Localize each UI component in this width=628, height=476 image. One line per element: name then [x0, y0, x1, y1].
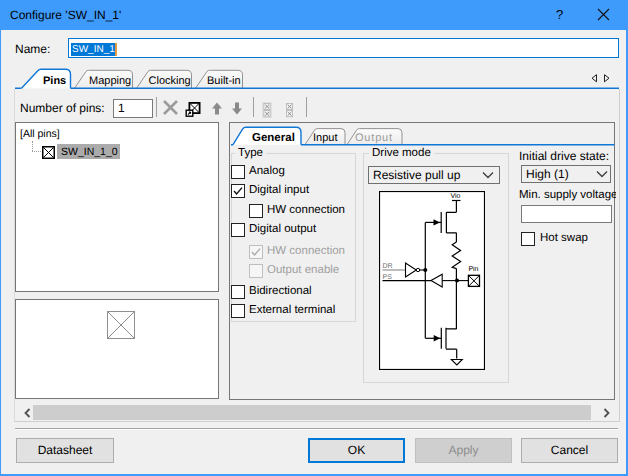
svg-text:DR: DR — [383, 263, 393, 270]
svg-text:Clocking: Clocking — [149, 75, 191, 87]
svg-text:Input: Input — [313, 132, 337, 144]
svg-text:General: General — [252, 132, 295, 144]
svg-text:Output: Output — [355, 132, 393, 144]
svg-text:Mapping: Mapping — [89, 75, 131, 87]
svg-text:Vio: Vio — [451, 192, 461, 200]
svg-text:Pin: Pin — [468, 265, 478, 273]
svg-text:PS: PS — [383, 274, 393, 281]
svg-text:Built-in: Built-in — [207, 75, 241, 87]
svg-text:Pins: Pins — [43, 75, 66, 87]
